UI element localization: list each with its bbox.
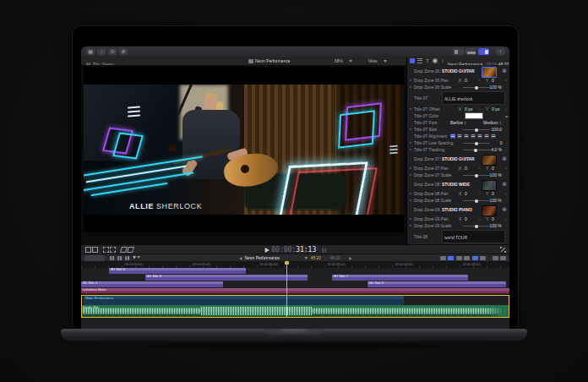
keyframe-button[interactable]: ◦ <box>479 78 481 83</box>
dropzone-thumbnail[interactable] <box>482 155 497 166</box>
disclosure-icon[interactable]: ▸ <box>410 128 411 132</box>
append-edit-icon[interactable] <box>456 256 462 260</box>
alignment-button[interactable] <box>477 134 482 139</box>
timeline-clip[interactable]: 3D Title 2 <box>81 281 223 287</box>
video-canvas[interactable]: ALLIESHERLOCK <box>84 67 404 232</box>
select-tool-dropdown[interactable] <box>133 255 140 259</box>
x-value[interactable]: 0 <box>465 78 467 83</box>
keyframe-button[interactable]: ◦ <box>506 147 508 152</box>
keyframe-button[interactable]: ◦ <box>479 191 481 196</box>
disclosure-icon[interactable]: ▸ <box>410 166 411 171</box>
alignment-button[interactable] <box>484 134 489 139</box>
color-swatch[interactable] <box>465 112 483 119</box>
keyframe-button[interactable]: ◦ <box>506 223 508 228</box>
title-inspector-tab[interactable]: T <box>425 58 430 63</box>
font-family-dropdown[interactable]: Barlow ↕ <box>450 120 466 125</box>
title-text-input[interactable]: ALLIE sherlock <box>442 91 504 105</box>
keyframe-button[interactable]: ◦ <box>505 106 507 112</box>
connect-edit-icon[interactable] <box>440 256 446 260</box>
slider-knob[interactable] <box>474 149 477 152</box>
disclosure-icon[interactable]: ▸ <box>410 217 411 221</box>
title-text-input[interactable]: world TOUR <box>442 230 504 243</box>
keyframe-button[interactable]: ◦ <box>506 140 508 145</box>
slider-knob[interactable] <box>475 128 478 132</box>
y-value[interactable]: 0 <box>492 78 494 83</box>
parameter-slider[interactable] <box>463 129 490 130</box>
keyframe-button[interactable]: ◦ <box>505 78 507 83</box>
parameter-slider[interactable] <box>463 150 490 150</box>
keyframe-button[interactable]: ◦ <box>506 198 508 203</box>
x-value[interactable]: 0 px <box>465 106 472 112</box>
disclosure-icon[interactable]: ▸ <box>410 199 411 203</box>
disclosure-icon[interactable]: ▸ <box>410 107 411 112</box>
y-value[interactable]: 0 <box>492 191 494 196</box>
parameter-value[interactable]: 100.0 <box>492 127 502 132</box>
clear-dropzone-icon[interactable]: ⊗ <box>502 181 507 188</box>
keyword-editor-icon[interactable]: ⊙ <box>108 48 117 55</box>
keyframe-button[interactable]: ◦ <box>506 172 508 177</box>
parameter-slider[interactable] <box>463 200 490 201</box>
font-weight-dropdown[interactable]: Medium ↕ <box>483 120 502 125</box>
parameter-value[interactable]: -4.0 % <box>490 147 502 152</box>
dropzone-thumbnail[interactable] <box>482 67 497 78</box>
alignment-button[interactable] <box>471 134 476 139</box>
parameter-slider[interactable] <box>463 87 490 88</box>
timeline-clip[interactable]: 3D Title 8 <box>145 275 308 281</box>
index-button[interactable]: Index <box>84 255 105 261</box>
disclosure-icon[interactable]: ▸ <box>410 85 411 90</box>
transform-tool-icon[interactable] <box>85 247 98 253</box>
x-value[interactable]: 0 <box>465 216 467 221</box>
keyframe-button[interactable]: ◦ <box>505 166 507 171</box>
clear-dropzone-icon[interactable]: ⊗ <box>502 156 507 162</box>
view-dropdown[interactable]: View <box>368 57 387 65</box>
text-inspector-tab[interactable] <box>417 58 422 63</box>
keyframe-button[interactable]: ◦ <box>506 85 508 90</box>
clear-dropzone-icon[interactable]: ⊗ <box>502 206 507 213</box>
parameter-value[interactable]: 100 % <box>490 198 502 203</box>
disclosure-icon[interactable]: ▸ <box>410 79 411 83</box>
timeline-display-icons[interactable] <box>110 256 130 260</box>
play-icon[interactable] <box>264 248 269 253</box>
effects-browser-icon[interactable] <box>493 256 498 260</box>
keyframe-button[interactable]: ◦ <box>506 127 508 132</box>
timeline-history-forward[interactable] <box>349 257 351 260</box>
insert-edit-icon[interactable] <box>448 256 454 260</box>
import-media-icon[interactable]: ↓ <box>97 48 106 55</box>
inspector-toggle-button[interactable] <box>478 48 489 55</box>
slider-knob[interactable] <box>475 199 478 203</box>
parameter-value[interactable]: 100 % <box>490 85 502 90</box>
parameter-slider[interactable] <box>463 175 490 176</box>
timeline-history-back[interactable] <box>239 257 242 260</box>
parameter-value[interactable]: 0 <box>499 140 502 145</box>
slider-knob[interactable] <box>475 225 478 228</box>
slider-knob[interactable] <box>475 142 478 145</box>
x-value[interactable]: 0 <box>465 191 467 196</box>
keyframe-button[interactable]: ◦ <box>505 191 507 196</box>
timeline-clip[interactable]: 3D Title 7 <box>332 275 468 281</box>
keyframe-button[interactable]: ◦ <box>479 216 481 221</box>
distort-tool-icon[interactable] <box>121 247 133 253</box>
y-value[interactable]: 0 <box>492 166 494 171</box>
color-inspector-tab[interactable] <box>433 58 438 63</box>
disclosure-icon[interactable]: ▸ <box>410 192 411 196</box>
tools-menu-icon[interactable] <box>480 256 486 260</box>
sidebar-toggle-icon[interactable]: ▤ <box>86 48 95 55</box>
video-inspector-tab[interactable] <box>410 58 415 63</box>
transitions-browser-icon[interactable] <box>500 256 506 260</box>
timeline-clip[interactable]: 3D Title 9 <box>368 281 506 287</box>
parameter-slider[interactable] <box>463 143 490 144</box>
parameter-value[interactable]: 100 % <box>490 223 502 228</box>
timeline-toggle-button[interactable] <box>466 48 476 55</box>
alignment-button[interactable] <box>464 134 469 139</box>
alignment-button[interactable] <box>450 134 455 139</box>
dropzone-thumbnail[interactable] <box>482 180 497 191</box>
resize-handle-icon[interactable] <box>500 247 506 253</box>
timeline-project-name[interactable]: Neon Performance <box>244 256 280 261</box>
slider-knob[interactable] <box>475 86 478 90</box>
timeline-clip[interactable]: Studio Mix <box>81 305 509 317</box>
share-button[interactable]: ↑ <box>496 48 505 55</box>
y-value[interactable]: 0 px <box>492 106 499 112</box>
trim-edit-icon[interactable] <box>472 256 478 260</box>
background-tasks-icon[interactable]: ⊘ <box>119 48 128 55</box>
alignment-button[interactable] <box>491 134 496 139</box>
